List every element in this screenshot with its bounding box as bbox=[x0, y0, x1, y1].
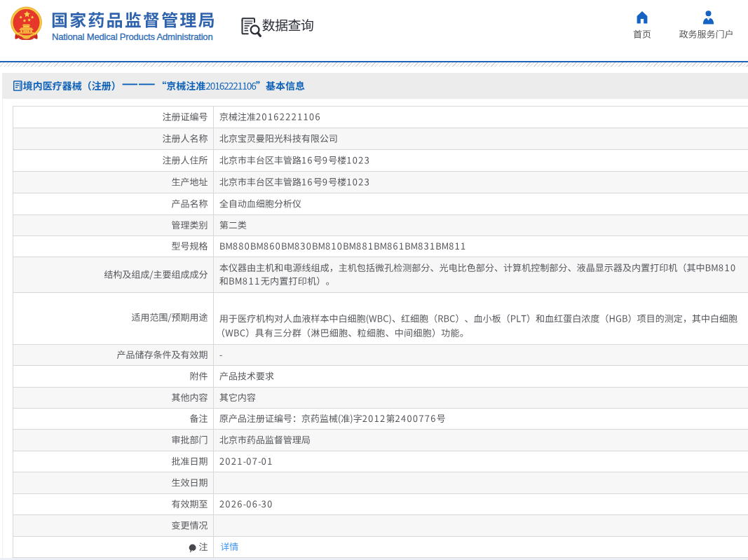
svg-text:National Medical Products Admi: National Medical Products Administration bbox=[52, 32, 212, 42]
